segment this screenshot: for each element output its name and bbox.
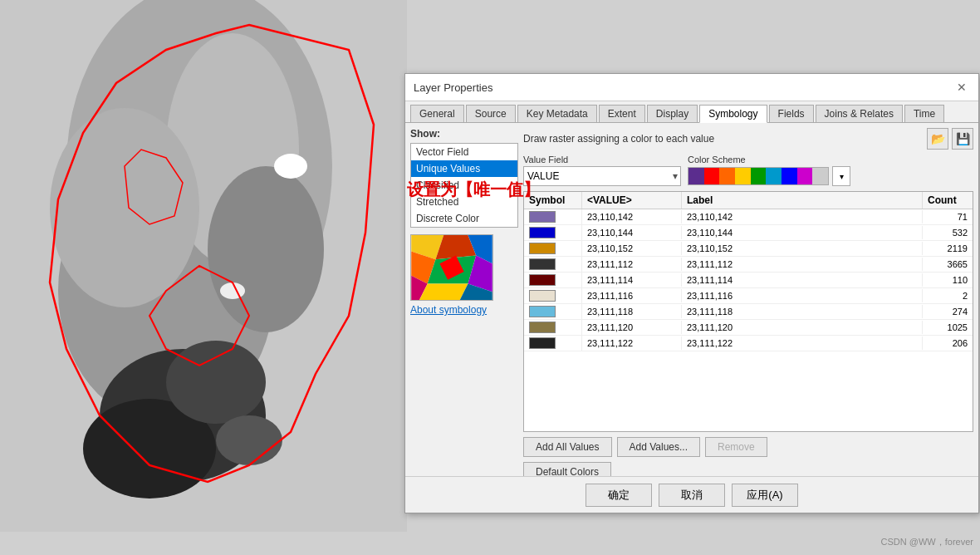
table-row[interactable]: 23,111,112 23,111,112 3665 <box>524 257 973 273</box>
save-style-button[interactable]: 💾 <box>952 128 973 150</box>
show-item-stretched[interactable]: Stretched <box>411 194 517 210</box>
color-scheme-bar[interactable] <box>688 167 829 185</box>
col-symbol: Symbol <box>524 192 582 209</box>
action-buttons-row: Add All Values Add Values... Remove <box>523 437 973 457</box>
about-symbology-link[interactable]: About symbology <box>410 304 518 316</box>
table-row[interactable]: 23,111,118 23,111,118 274 <box>524 304 973 320</box>
value-field-label: Value Field <box>523 155 681 165</box>
col-label: Label <box>682 192 923 209</box>
layer-properties-dialog: Layer Properties ✕ General Source Key Me… <box>404 73 979 513</box>
show-item-discrete-color[interactable]: Discrete Color <box>411 210 517 227</box>
table-row[interactable]: 23,110,142 23,110,142 71 <box>524 209 973 225</box>
dialog-content: Show: Vector Field Unique Values Classif… <box>405 123 978 512</box>
add-values-button[interactable]: Add Values... <box>617 437 701 457</box>
value-field-wrapper: VALUE <box>523 166 681 186</box>
svg-point-9 <box>216 415 282 465</box>
cancel-button[interactable]: 取消 <box>659 484 725 507</box>
tab-key-metadata[interactable]: Key Metadata <box>517 105 597 122</box>
show-item-classified[interactable]: Classified <box>411 177 517 194</box>
apply-button[interactable]: 应用(A) <box>732 484 798 507</box>
col-value: <VALUE> <box>582 192 682 209</box>
table-row[interactable]: 23,110,152 23,110,152 2119 <box>524 241 973 257</box>
values-table: Symbol <VALUE> Label Count 23,110,142 23… <box>523 191 973 432</box>
table-row[interactable]: 23,111,114 23,111,114 110 <box>524 273 973 288</box>
tab-joins-relates[interactable]: Joins & Relates <box>816 105 903 122</box>
show-list: Vector Field Unique Values Classified St… <box>410 143 518 228</box>
table-row[interactable]: 23,110,144 23,110,144 532 <box>524 225 973 241</box>
svg-point-4 <box>208 166 324 332</box>
svg-point-8 <box>166 341 266 424</box>
description-text: Draw raster assigning a color to each va… <box>523 133 714 145</box>
dialog-footer: 确定 取消 应用(A) <box>405 476 978 513</box>
color-scheme-dropdown[interactable]: ▾ <box>832 166 850 186</box>
tab-source[interactable]: Source <box>466 105 516 122</box>
color-scheme-label: Color Scheme <box>688 155 850 165</box>
svg-marker-20 <box>419 284 468 301</box>
load-style-button[interactable]: 📂 <box>927 128 948 150</box>
tab-symbology[interactable]: Symbology <box>699 105 767 123</box>
svg-point-11 <box>220 282 245 299</box>
table-row[interactable]: 23,111,120 23,111,120 1025 <box>524 320 973 336</box>
value-field-select[interactable]: VALUE <box>523 166 681 186</box>
dialog-title: Layer Properties <box>414 81 492 94</box>
show-item-unique-values[interactable]: Unique Values <box>411 160 517 177</box>
right-panel: Draw raster assigning a color to each va… <box>523 128 973 507</box>
close-button[interactable]: ✕ <box>953 79 970 96</box>
remove-button[interactable]: Remove <box>705 437 767 457</box>
field-row: Value Field VALUE Color Scheme <box>523 155 973 186</box>
show-item-vector-field[interactable]: Vector Field <box>411 144 517 160</box>
tab-extent[interactable]: Extent <box>599 105 645 122</box>
table-row[interactable]: 23,111,116 23,111,116 2 <box>524 288 973 304</box>
svg-point-10 <box>274 154 307 179</box>
left-panel: Show: Vector Field Unique Values Classif… <box>410 128 518 507</box>
col-count: Count <box>923 192 973 209</box>
tab-general[interactable]: General <box>410 105 464 122</box>
tab-fields[interactable]: Fields <box>769 105 814 122</box>
watermark: CSDN @WW，forever <box>881 536 973 548</box>
table-body[interactable]: 23,110,142 23,110,142 71 23,110,144 23,1… <box>524 209 973 431</box>
show-label: Show: <box>410 128 518 140</box>
table-row[interactable]: 23,111,122 23,111,122 206 <box>524 336 973 351</box>
ok-button[interactable]: 确定 <box>586 484 652 507</box>
tab-time[interactable]: Time <box>904 105 944 122</box>
color-scheme-wrapper: ▾ <box>688 166 850 186</box>
color-scheme-group: Color Scheme ▾ <box>688 155 850 186</box>
description-row: Draw raster assigning a color to each va… <box>523 128 973 150</box>
dialog-titlebar: Layer Properties ✕ <box>405 74 978 101</box>
add-all-values-button[interactable]: Add All Values <box>523 437 612 457</box>
tab-display[interactable]: Display <box>647 105 698 122</box>
preview-box <box>410 234 493 301</box>
value-field-group: Value Field VALUE <box>523 155 681 186</box>
table-header: Symbol <VALUE> Label Count <box>524 192 973 209</box>
map-area <box>0 0 407 532</box>
tab-bar: General Source Key Metadata Extent Displ… <box>405 101 978 123</box>
